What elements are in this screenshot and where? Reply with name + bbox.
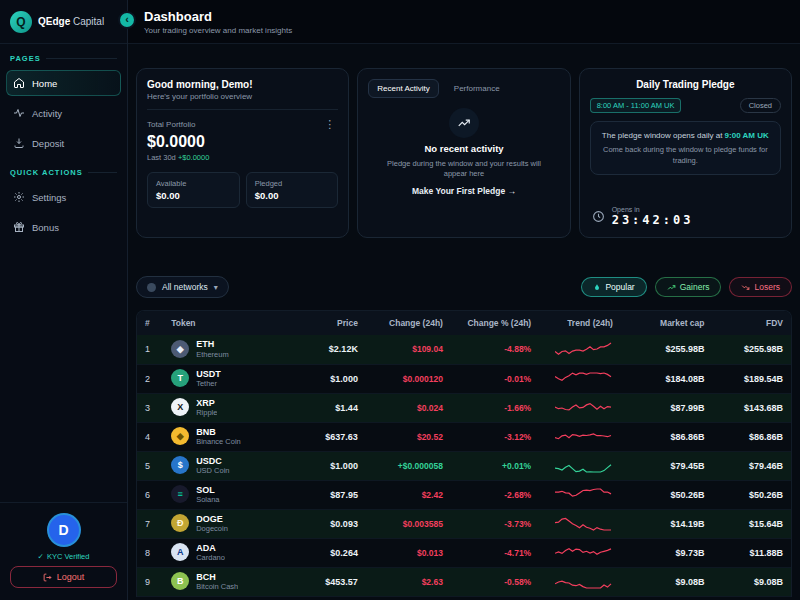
sidebar-item-bonus[interactable]: Bonus xyxy=(6,214,121,240)
token-trend-sparkline xyxy=(539,451,621,480)
token-name: Binance Coin xyxy=(196,437,241,446)
market-filters: All networks ▾ Popular Gainers Losers xyxy=(136,276,792,298)
table-row[interactable]: 5 $ USDC USD Coin $1.000 +$0.000058 +0.0… xyxy=(137,451,791,480)
token-market-cap: $9.08B xyxy=(621,567,713,596)
token-change-pct: -3.12% xyxy=(451,422,539,451)
token-fdv: $15.64B xyxy=(712,509,791,538)
col-price: Price xyxy=(294,311,366,335)
token-trend-sparkline xyxy=(539,422,621,451)
token-fdv: $143.68B xyxy=(712,393,791,422)
token-market-cap: $86.86B xyxy=(621,422,713,451)
token-trend-sparkline xyxy=(539,538,621,567)
network-select[interactable]: All networks ▾ xyxy=(136,276,229,298)
token-change: $0.024 xyxy=(366,393,451,422)
col-fdv: FDV xyxy=(712,311,791,335)
gift-icon xyxy=(13,221,25,233)
clock-icon xyxy=(592,210,605,223)
table-row[interactable]: 9 B BCH Bitcoin Cash $453.57 $2.63 -0.58… xyxy=(137,567,791,596)
topbar: Dashboard Your trading overview and mark… xyxy=(128,0,800,44)
check-icon: ✓ xyxy=(38,552,44,561)
tab-recent-activity[interactable]: Recent Activity xyxy=(368,79,438,98)
token-change-pct: -0.58% xyxy=(451,567,539,596)
gainers-button[interactable]: Gainers xyxy=(655,277,722,297)
brand-name: QEdge Capital xyxy=(38,16,104,27)
avatar[interactable]: D xyxy=(47,513,81,547)
token-change: $0.003585 xyxy=(366,509,451,538)
token-market-cap: $79.45B xyxy=(621,451,713,480)
token-market-cap: $50.26B xyxy=(621,480,713,509)
pages-section-label: PAGES xyxy=(0,44,127,68)
token-change-pct: -0.01% xyxy=(451,364,539,393)
losers-button[interactable]: Losers xyxy=(729,277,792,297)
logout-icon xyxy=(43,573,52,582)
sidebar-item-deposit[interactable]: Deposit xyxy=(6,130,121,156)
popular-button[interactable]: Popular xyxy=(581,277,646,297)
activity-card: Recent Activity Performance No recent ac… xyxy=(357,68,570,238)
brand: Q QEdge Capital xyxy=(0,0,127,44)
token-market-cap: $184.08B xyxy=(621,364,713,393)
token-name: USD Coin xyxy=(196,466,229,475)
token-price: $637.63 xyxy=(294,422,366,451)
eth-icon: ◆ xyxy=(171,340,189,358)
logout-button[interactable]: Logout xyxy=(10,566,117,588)
sidebar-item-settings[interactable]: Settings xyxy=(6,184,121,210)
sol-icon: ≡ xyxy=(171,485,189,503)
table-row[interactable]: 1 ◆ ETH Ethereum $2.12K $109.04 -4.88% $… xyxy=(137,335,791,364)
token-trend-sparkline xyxy=(539,509,621,538)
app-root: Q QEdge Capital ‹ PAGES Home Activity De… xyxy=(0,0,800,600)
pledge-card-title: Daily Trading Pledge xyxy=(590,79,781,90)
doge-icon: Ð xyxy=(171,514,189,532)
token-trend-sparkline xyxy=(539,364,621,393)
portfolio-card: Good morning, Demo! Here's your portfoli… xyxy=(136,68,349,238)
trend-up-icon xyxy=(667,283,676,292)
token-rank: 6 xyxy=(137,480,163,509)
token-rank: 7 xyxy=(137,509,163,538)
more-options-icon[interactable]: ⋮ xyxy=(321,118,338,131)
tab-performance[interactable]: Performance xyxy=(445,79,509,98)
bch-icon: B xyxy=(171,572,189,590)
table-row[interactable]: 7 Ð DOGE Dogecoin $0.093 $0.003585 -3.73… xyxy=(137,509,791,538)
sidebar-item-label: Activity xyxy=(32,108,62,119)
table-row[interactable]: 6 ≡ SOL Solana $87.95 $2.42 -2.68% $50.2… xyxy=(137,480,791,509)
table-row[interactable]: 8 A ADA Cardano $0.264 $0.013 -4.71% $9.… xyxy=(137,538,791,567)
sidebar-item-label: Bonus xyxy=(32,222,59,233)
token-name: Ethereum xyxy=(196,350,229,359)
sidebar-item-home[interactable]: Home xyxy=(6,70,121,96)
gear-icon xyxy=(13,191,25,203)
trend-down-icon xyxy=(741,283,750,292)
kyc-badge: ✓ KYC Verified xyxy=(38,552,90,561)
token-rank: 8 xyxy=(137,538,163,567)
token-price: $1.44 xyxy=(294,393,366,422)
network-icon xyxy=(147,283,156,292)
deposit-icon xyxy=(13,137,25,149)
pledge-info-subtext: Come back during the window to pledge fu… xyxy=(601,145,770,166)
status-badge: Closed xyxy=(740,98,781,113)
table-row[interactable]: 3 X XRP Ripple $1.44 $0.024 -1.66% $87.9… xyxy=(137,393,791,422)
sidebar-item-activity[interactable]: Activity xyxy=(6,100,121,126)
token-change: +$0.000058 xyxy=(366,451,451,480)
table-row[interactable]: 2 T USDT Tether $1.000 $0.000120 -0.01% … xyxy=(137,364,791,393)
token-market-cap: $87.99B xyxy=(621,393,713,422)
sidebar-collapse-button[interactable]: ‹ xyxy=(118,11,136,29)
table-row[interactable]: 4 ◆ BNB Binance Coin $637.63 $20.52 -3.1… xyxy=(137,422,791,451)
token-price: $0.264 xyxy=(294,538,366,567)
chevron-down-icon: ▾ xyxy=(214,283,218,292)
token-change-pct: -1.66% xyxy=(451,393,539,422)
sidebar-item-label: Deposit xyxy=(32,138,64,149)
col-rank: # xyxy=(137,311,163,335)
token-name: Dogecoin xyxy=(196,524,228,533)
token-symbol: ADA xyxy=(196,543,225,554)
token-price: $1.000 xyxy=(294,451,366,480)
token-fdv: $189.54B xyxy=(712,364,791,393)
total-portfolio-value: $0.0000 xyxy=(147,133,338,151)
token-name: Tether xyxy=(196,379,221,388)
make-first-pledge-link[interactable]: Make Your First Pledge → xyxy=(412,186,516,196)
sidebar-item-label: Settings xyxy=(32,192,66,203)
token-trend-sparkline xyxy=(539,480,621,509)
empty-state-description: Pledge during the window and your result… xyxy=(384,159,544,179)
token-rank: 3 xyxy=(137,393,163,422)
token-change: $0.000120 xyxy=(366,364,451,393)
col-change-pct: Change % (24h) xyxy=(451,311,539,335)
token-fdv: $86.86B xyxy=(712,422,791,451)
token-price: $453.57 xyxy=(294,567,366,596)
